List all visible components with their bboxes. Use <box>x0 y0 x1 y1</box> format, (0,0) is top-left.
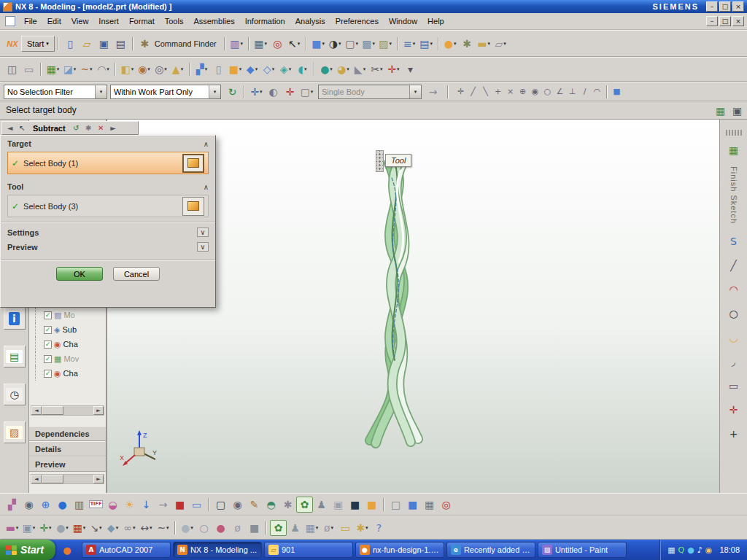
tool-section-header[interactable]: Tool ∧ <box>1 179 215 192</box>
chevron-down-icon[interactable]: ▾ <box>209 85 220 98</box>
view-properties-icon[interactable]: ▥▾ <box>228 36 245 52</box>
gray-cubes-icon[interactable]: ▣ <box>330 497 347 513</box>
curve-icon[interactable]: ~▾ <box>78 61 95 77</box>
part-navigator-row[interactable]: ✓◈Sub <box>29 322 106 337</box>
tool-select-row[interactable]: ✓ Select Body (3) <box>7 195 209 217</box>
panel-hscrollbar[interactable]: ◄ ► <box>31 474 104 484</box>
annotate-icon[interactable]: ✎ <box>246 497 263 513</box>
profile-icon[interactable]: S <box>724 233 743 250</box>
sketch-icon[interactable]: ▦▾ <box>44 61 61 77</box>
snap-endpoint-icon[interactable]: ╱ <box>467 84 479 100</box>
feature-checkbox[interactable]: ✓ <box>44 326 52 334</box>
dialog-expand-icon[interactable]: ► <box>107 122 120 133</box>
render-style-icon[interactable]: ◑▾ <box>327 36 344 52</box>
select-arrow-icon[interactable]: ↖▾ <box>286 36 303 52</box>
menu-tools[interactable]: Tools <box>160 15 189 28</box>
selection-filter-combo[interactable]: No Selection Filter ▾ <box>4 85 107 99</box>
shell-icon[interactable]: ◖▾ <box>294 61 311 77</box>
general-selection-icon[interactable]: ✛▾ <box>248 84 265 100</box>
ruler2-icon[interactable]: ▭ <box>337 520 354 536</box>
lasso-icon[interactable]: ▢▾ <box>298 84 315 100</box>
white-cube-icon[interactable]: □ <box>387 497 404 513</box>
export-arrow-icon[interactable]: → <box>155 497 171 513</box>
datum-plane-icon[interactable]: ◪▾ <box>61 61 78 77</box>
person2-icon[interactable]: ♟ <box>287 520 303 536</box>
layer-visibility-icon[interactable]: ▤▾ <box>418 36 435 52</box>
tiff-export-icon[interactable]: TIFF <box>88 497 104 513</box>
arc-icon[interactable]: ◠ <box>724 281 743 298</box>
view-triad[interactable]: Z Y X <box>119 429 160 470</box>
snap-cycle-icon[interactable]: ↻ <box>224 84 241 100</box>
screen-icon[interactable]: ▢ <box>212 497 229 513</box>
wireframe-view-icon[interactable]: ▢▾ <box>344 36 360 52</box>
command-finder-icon[interactable]: ✱ <box>136 36 153 52</box>
save-icon[interactable]: ▣ <box>96 36 112 52</box>
panel-details[interactable]: Details <box>29 441 106 456</box>
snap-on-face-icon[interactable]: ◠ <box>591 84 603 100</box>
snap-perpendicular-icon[interactable]: ⊥ <box>566 84 578 100</box>
dialog-reset-icon[interactable]: ↺ <box>70 122 82 133</box>
no-selection-icon[interactable]: ø <box>229 520 246 536</box>
red-block-icon[interactable]: ■ <box>171 497 188 513</box>
roller-icon[interactable]: ▬▾ <box>4 520 20 536</box>
camera-icon[interactable]: ◉ <box>20 497 37 513</box>
snapshot-icon[interactable]: ◉ <box>229 497 246 513</box>
blend-icon[interactable]: ●▾ <box>318 61 335 77</box>
taskbar-task[interactable]: NNX 8 - Modeling ... <box>173 542 262 558</box>
minimize-button[interactable]: – <box>706 1 718 12</box>
snap-angle-icon[interactable]: ∠ <box>554 84 566 100</box>
layers-icon[interactable]: ≡▾ <box>401 36 418 52</box>
finish-sketch-label[interactable]: Finish Sketch <box>729 166 738 224</box>
sun-icon[interactable]: ☀ <box>121 497 138 513</box>
add-body-icon[interactable]: ✛▾ <box>37 520 54 536</box>
cursor-select-icon[interactable]: ✛ <box>282 84 298 100</box>
history-icon[interactable]: ◷ <box>4 384 26 405</box>
start-roles-button[interactable]: Start ▾ <box>21 36 55 52</box>
mdi-close-button[interactable]: × <box>732 16 744 26</box>
model-3d[interactable] <box>348 149 457 455</box>
striped-cube-icon[interactable]: ▨▾ <box>377 36 394 52</box>
part-navigator-hscrollbar[interactable]: ◄ ► <box>31 405 104 416</box>
collapse-icon[interactable]: ∧ <box>204 140 209 148</box>
settings-section-header[interactable]: Settings ∨ <box>1 222 215 238</box>
chamfer-icon[interactable]: ◣▾ <box>352 61 368 77</box>
roles-icon[interactable]: i <box>4 308 26 330</box>
target-select-row[interactable]: ✓ Select Body (1) <box>7 152 209 174</box>
ok-button[interactable]: OK <box>56 267 103 281</box>
snap-on-curve-icon[interactable]: ∕ <box>578 84 591 100</box>
gears-yellow-icon[interactable]: ✱▾ <box>354 520 371 536</box>
pattern-feature-icon[interactable]: ▞▾ <box>193 61 210 77</box>
taskbar-task[interactable]: ●nx-fun-design-1.s... <box>355 542 444 558</box>
shade-select-icon[interactable]: ◐ <box>265 84 282 100</box>
edge-blend-icon[interactable]: ◕▾ <box>335 61 352 77</box>
globe-grid-icon[interactable]: ⊕ <box>37 497 54 513</box>
tray-antivirus-icon[interactable]: Q <box>678 545 685 555</box>
import-arrow-icon[interactable]: ↓ <box>138 497 155 513</box>
arc-tool-icon[interactable]: ◠▾ <box>95 61 112 77</box>
scroll-left-icon[interactable]: ◄ <box>31 475 42 483</box>
preview-section-header[interactable]: Preview ∨ <box>1 238 215 253</box>
dialog-title-bar[interactable]: ◄↖ Subtract ↺✱✕► <box>1 121 139 135</box>
nx-logo-icon[interactable]: NX <box>4 36 21 51</box>
rectangle-icon[interactable]: ▭ <box>724 377 743 394</box>
collapse-icon[interactable]: ∧ <box>204 183 209 191</box>
sphere-gray-icon[interactable]: ●▾ <box>179 520 196 536</box>
dialog-close-icon[interactable]: ✕ <box>95 122 107 133</box>
shear-view-icon[interactable]: ▱▾ <box>492 36 509 52</box>
scrollbar-track[interactable] <box>42 406 93 415</box>
line-icon[interactable]: ╱ <box>724 257 743 274</box>
taskbar-task[interactable]: ▱901 <box>264 542 353 558</box>
help-icon[interactable]: ? <box>371 520 387 536</box>
menu-assemblies[interactable]: Assemblies <box>188 15 239 28</box>
part-navigator-row[interactable]: ✓▩Mo <box>29 308 106 322</box>
feature-checkbox[interactable]: ✓ <box>44 355 52 363</box>
forward-icon[interactable]: → <box>425 84 441 100</box>
assembly-cubes-icon[interactable]: ▩▾ <box>360 36 377 52</box>
trim-body-icon[interactable]: ✂▾ <box>368 61 385 77</box>
snap-midpoint-icon[interactable]: ╲ <box>479 84 492 100</box>
person-icon[interactable]: ♟ <box>313 497 330 513</box>
show-solid-icon[interactable]: ■ <box>611 84 623 100</box>
snap-enable-icon[interactable]: ✛ <box>454 84 467 100</box>
sphere2-icon[interactable]: ●▾ <box>54 520 71 536</box>
fillet-icon[interactable]: ◞ <box>724 353 743 370</box>
